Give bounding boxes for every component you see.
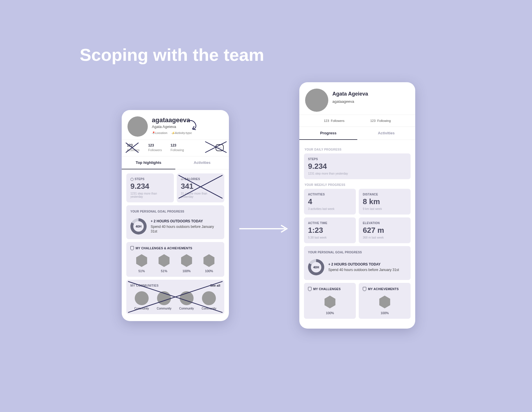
- communities-card: MY COMMUNITIES See all Community Communi…: [126, 280, 224, 314]
- activity-type-chip: Activity type: [172, 131, 192, 135]
- community-avatar-icon: [135, 291, 149, 305]
- community-avatar-icon: [180, 291, 194, 305]
- see-all-link[interactable]: See all: [210, 284, 220, 287]
- stats-row: 123 Followers 123 Following: [299, 115, 415, 127]
- active-time-card: ACTIVE TIME 1:23 5:38 last week: [304, 217, 356, 243]
- shield-icon: [363, 287, 366, 291]
- community-avatar-icon: [202, 291, 216, 305]
- hex-badge-icon: [203, 254, 214, 267]
- shield-icon: [308, 287, 311, 291]
- tab-progress[interactable]: Progress: [299, 127, 357, 140]
- calories-card: ▭ CALORIES 341 31 calorie more than yest…: [177, 173, 224, 202]
- chat-icon[interactable]: [216, 144, 224, 151]
- profile-handle: agataageeva: [332, 99, 368, 104]
- profile-header: agataageeva Agata Ageieva Location Activ…: [122, 110, 229, 140]
- distance-card: DISTANCE 8 km 9 km last week: [359, 189, 411, 215]
- shield-icon: [130, 246, 134, 250]
- community-avatar-icon: [157, 291, 171, 305]
- hex-badge-icon: [325, 296, 336, 308]
- steps-icon: ◯: [130, 177, 134, 181]
- location-chip: Location: [152, 131, 167, 135]
- stats-row: 123 Activities 123 Followers 123 Followi…: [122, 140, 229, 156]
- tab-activities[interactable]: Activities: [175, 156, 229, 169]
- profile-meta-row: Location Activity type: [152, 131, 192, 135]
- swap-arrow-annotation: [186, 120, 198, 130]
- hex-badge-icon: [136, 254, 147, 267]
- page-title: Scoping with the team: [80, 45, 264, 65]
- daily-section-label: YOUR DAILY PROGRESS: [305, 148, 410, 151]
- calories-icon: ▭: [181, 177, 184, 181]
- challenge-item: 51%: [136, 254, 147, 273]
- challenges-card: MY CHALLENGES & ACHIEVEMENTS 51% 51% 100…: [126, 242, 224, 277]
- community-item[interactable]: Community: [134, 291, 149, 310]
- hex-badge-icon: [379, 296, 390, 308]
- tab-highlights[interactable]: Top highlights: [122, 156, 175, 169]
- goal-card: YOUR PERSONAL GOAL PROGRESS 40H + 2 HOUR…: [304, 246, 411, 280]
- challenge-item: 100%: [203, 254, 214, 273]
- community-item[interactable]: Community: [179, 291, 194, 310]
- challenges-card: MY CHALLENGES 100%: [304, 283, 356, 319]
- transition-arrow-icon: [238, 223, 290, 235]
- stat-followers: 123 Followers: [324, 119, 344, 122]
- community-item[interactable]: Community: [202, 291, 216, 310]
- goal-ring-icon: 40H: [130, 218, 147, 235]
- steps-card: ◯ STEPS 9.234 1231 step more than yester…: [126, 173, 174, 202]
- avatar: [305, 89, 328, 112]
- challenge-item: 51%: [158, 254, 170, 273]
- activities-card: ACTIVITIES 4 3 activities last week: [304, 189, 356, 215]
- elevation-card: ELEVATION 627 m 368 m last week: [359, 217, 411, 243]
- tab-activities[interactable]: Activities: [357, 127, 415, 140]
- weekly-section-label: YOUR WEEKLY PROGRESS: [305, 183, 410, 186]
- tabs-row: Progress Activities: [299, 127, 415, 140]
- challenge-item: 100%: [181, 254, 192, 273]
- profile-name: Agata Ageieva: [332, 91, 368, 97]
- goal-ring-icon: 40H: [308, 259, 324, 275]
- community-item[interactable]: Community: [157, 291, 172, 310]
- wireframe-before: agataageeva Agata Ageieva Location Activ…: [122, 110, 229, 321]
- steps-card: STEPS 9.234 1231 step more than yesterda…: [304, 153, 411, 179]
- goal-card: YOUR PERSONAL GOAL PROGRESS 40H + 2 HOUR…: [126, 205, 224, 239]
- wireframe-after: Agata Ageieva agataageeva 123 Followers …: [299, 82, 415, 329]
- profile-header: Agata Ageieva agataageeva: [299, 82, 415, 115]
- stat-following: 123 Following: [170, 143, 184, 152]
- stat-following: 123 Following: [370, 119, 391, 122]
- achievements-card: MY ACHIEVEMENTS 100%: [359, 283, 411, 319]
- stat-followers: 123 Followers: [148, 143, 162, 152]
- hex-badge-icon: [181, 254, 192, 267]
- hex-badge-icon: [158, 254, 170, 267]
- avatar: [127, 116, 148, 137]
- stat-activities: 123 Activities: [127, 143, 139, 152]
- tabs-row: Top highlights Activities: [122, 156, 229, 169]
